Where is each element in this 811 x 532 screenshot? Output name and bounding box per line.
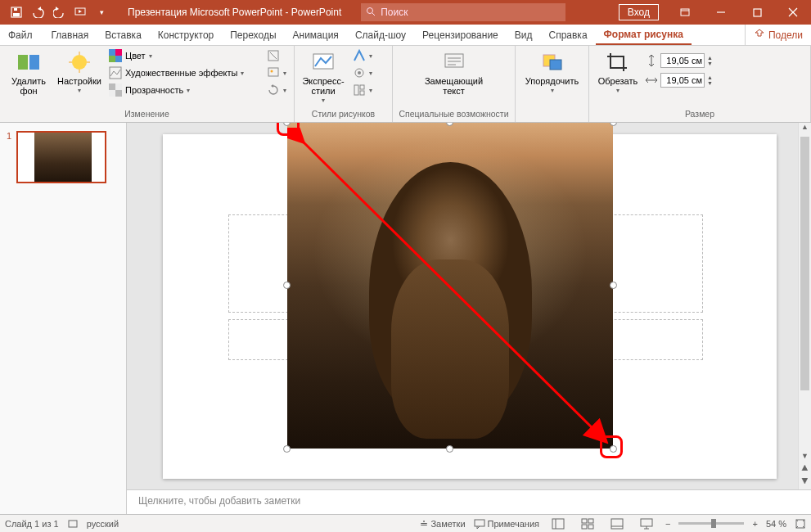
prev-slide-icon[interactable]: ⯅: [799, 464, 811, 477]
remove-background-button[interactable]: Удалить фон: [5, 48, 52, 96]
group-picture-styles: Экспресс-стили ▾ ▾ ▾ ▾ Стили рисунков: [295, 46, 393, 122]
color-button[interactable]: Цвет ▾: [106, 48, 246, 63]
compress-pictures-button[interactable]: [264, 48, 289, 63]
group-label-size: Размер: [594, 109, 805, 122]
quick-styles-button[interactable]: Экспресс-стили ▾: [300, 48, 347, 105]
selected-picture[interactable]: [287, 123, 613, 449]
reading-view-icon[interactable]: [606, 516, 628, 531]
scroll-up-icon[interactable]: ▲: [799, 123, 811, 136]
tab-picture-format[interactable]: Формат рисунка: [596, 25, 692, 45]
vertical-scrollbar[interactable]: ▲ ▼ ⯅ ⯆: [798, 123, 811, 489]
svg-rect-36: [445, 54, 463, 67]
spin-down-icon[interactable]: ▼: [707, 61, 713, 66]
spin-up-icon[interactable]: ▲: [707, 55, 713, 61]
resize-handle-mr[interactable]: [610, 282, 617, 289]
zoom-out-button[interactable]: −: [665, 519, 670, 529]
width-field[interactable]: [660, 73, 705, 88]
tab-home[interactable]: Главная: [43, 25, 97, 45]
picture-effects-button[interactable]: ▾: [350, 65, 375, 80]
group-adjust: Удалить фон Настройки ▾ Цвет ▾ Художеств…: [0, 46, 295, 122]
fit-to-window-icon[interactable]: [795, 518, 806, 530]
color-label: Цвет: [125, 51, 146, 61]
picture-layout-button[interactable]: ▾: [350, 83, 375, 97]
height-field[interactable]: [660, 53, 705, 68]
change-picture-button[interactable]: ▾: [264, 65, 289, 80]
arrange-button[interactable]: Упорядочить ▾: [520, 48, 583, 95]
resize-handle-tr[interactable]: [610, 123, 617, 126]
notes-toggle[interactable]: ≐Заметки: [420, 518, 465, 530]
transparency-button[interactable]: Прозрачность ▾: [106, 83, 246, 97]
tab-file[interactable]: Файл: [0, 25, 41, 45]
svg-rect-9: [754, 9, 761, 16]
titlebar: ▾ Презентация Microsoft PowerPoint - Pow…: [0, 0, 811, 25]
maximize-icon[interactable]: [739, 0, 775, 25]
slide-thumbnail[interactable]: 1: [7, 131, 119, 183]
width-input[interactable]: ▲▼: [645, 73, 713, 88]
resize-handle-bl[interactable]: [283, 445, 291, 453]
notes-pane[interactable]: Щелкните, чтобы добавить заметки: [127, 489, 811, 514]
ribbon-display-icon[interactable]: [667, 0, 703, 25]
alt-text-button[interactable]: Замещающий текст: [417, 48, 491, 96]
svg-rect-2: [14, 8, 17, 11]
slide-thumbnail-panel: 1: [0, 123, 127, 514]
artistic-icon: [109, 66, 122, 79]
scroll-down-icon[interactable]: ▼: [799, 452, 811, 465]
start-from-beginning-icon[interactable]: [70, 2, 90, 22]
chevron-down-icon: ▾: [369, 87, 372, 94]
ribbon: Удалить фон Настройки ▾ Цвет ▾ Художеств…: [0, 46, 811, 123]
close-icon[interactable]: [775, 0, 811, 25]
undo-icon[interactable]: [28, 2, 47, 22]
tab-review[interactable]: Рецензирование: [414, 25, 507, 45]
resize-handle-bm[interactable]: [446, 445, 453, 453]
redo-icon[interactable]: [49, 2, 69, 22]
minimize-icon[interactable]: [703, 0, 739, 25]
login-button[interactable]: Вход: [619, 4, 659, 20]
tab-slideshow[interactable]: Слайд-шоу: [347, 25, 414, 45]
save-icon[interactable]: [7, 2, 26, 22]
artistic-effects-button[interactable]: Художественные эффекты ▾: [106, 65, 246, 80]
slideshow-view-icon[interactable]: [636, 516, 657, 531]
svg-rect-20: [115, 49, 122, 56]
normal-view-icon[interactable]: [547, 516, 569, 531]
quick-access-toolbar: ▾: [0, 2, 118, 22]
remove-bg-icon: [16, 50, 41, 74]
svg-rect-24: [115, 90, 122, 97]
arrange-label: Упорядочить: [525, 76, 579, 86]
spin-up-icon[interactable]: ▲: [707, 74, 713, 80]
qat-more-icon[interactable]: ▾: [92, 2, 111, 22]
picture-border-button[interactable]: ▾: [350, 48, 375, 63]
corrections-button[interactable]: Настройки ▾: [56, 48, 103, 95]
chevron-down-icon: ▾: [149, 52, 152, 60]
slide-indicator[interactable]: Слайд 1 из 1: [5, 519, 59, 529]
zoom-level[interactable]: 54 %: [766, 519, 786, 529]
picture-content: [287, 123, 613, 449]
tab-transitions[interactable]: Переходы: [222, 25, 284, 45]
svg-rect-35: [360, 91, 364, 95]
svg-rect-23: [109, 83, 115, 90]
spellcheck-button[interactable]: [67, 518, 79, 530]
svg-rect-55: [641, 519, 652, 526]
tab-view[interactable]: Вид: [507, 25, 541, 45]
next-slide-icon[interactable]: ⯆: [799, 476, 811, 489]
resize-handle-br[interactable]: [610, 445, 617, 453]
resize-handle-ml[interactable]: [283, 282, 291, 289]
spin-down-icon[interactable]: ▼: [707, 80, 713, 86]
share-button[interactable]: Подели: [745, 25, 811, 45]
tab-animation[interactable]: Анимация: [285, 25, 347, 45]
search-box[interactable]: Поиск: [361, 3, 565, 21]
crop-button[interactable]: Обрезать ▾: [594, 48, 642, 95]
group-size: Обрезать ▾ ▲▼ ▲▼ Размер: [589, 46, 811, 122]
alt-text-label: Замещающий текст: [417, 76, 491, 96]
reset-picture-button[interactable]: ▾: [264, 83, 289, 97]
zoom-slider[interactable]: [678, 522, 744, 525]
scroll-thumb[interactable]: [800, 137, 809, 390]
tab-help[interactable]: Справка: [540, 25, 595, 45]
slide-sorter-icon[interactable]: [577, 516, 598, 531]
comments-toggle[interactable]: Примечания: [474, 519, 540, 529]
tab-design[interactable]: Конструктор: [150, 25, 222, 45]
height-input[interactable]: ▲▼: [645, 53, 713, 68]
tab-insert[interactable]: Вставка: [97, 25, 150, 45]
zoom-in-button[interactable]: +: [752, 519, 757, 529]
language-indicator[interactable]: русский: [87, 519, 119, 529]
height-icon: [645, 54, 658, 67]
